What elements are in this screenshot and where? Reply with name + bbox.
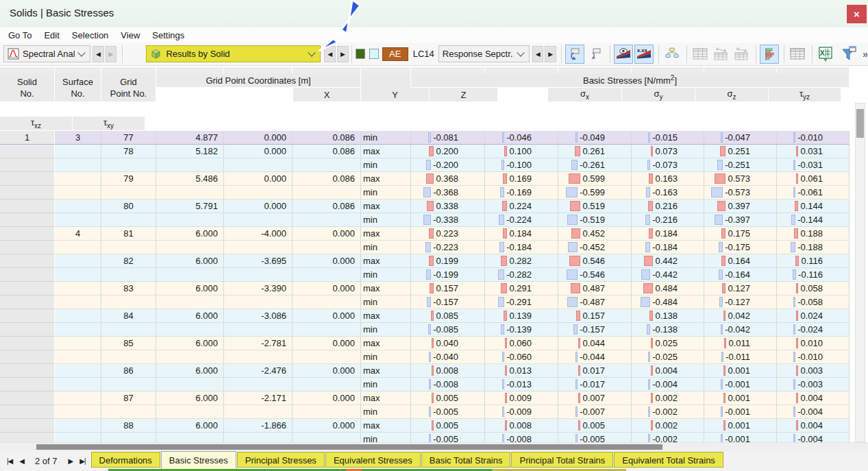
cell-coord-x[interactable]: 6.000 — [156, 254, 224, 268]
table-link-button[interactable] — [711, 45, 730, 64]
cell-tau-yz[interactable]: -0.004 — [632, 378, 704, 391]
cell-sigma-z[interactable]: 0.261 — [558, 145, 632, 158]
cell-tau-xy[interactable]: 0.144 — [777, 200, 850, 213]
toolbar-overflow-button[interactable]: » — [863, 49, 868, 60]
cell-sigma-z[interactable]: 0.007 — [558, 391, 632, 405]
cell-tau-xz[interactable]: -0.251 — [704, 158, 777, 172]
cell-grid-point-no[interactable]: 80 — [101, 200, 156, 213]
cell-grid-point-no[interactable] — [101, 323, 156, 337]
cell-coord-z[interactable]: 0.086 — [293, 145, 361, 158]
cell-grid-point-no[interactable] — [101, 268, 156, 282]
previous-page-button[interactable]: ◀ — [19, 457, 24, 465]
table-row[interactable]: min-0.223-0.184-0.452-0.184-0.175-0.188 — [0, 241, 850, 254]
cell-surface-no[interactable]: 4 — [55, 227, 101, 241]
cell-sigma-y[interactable]: 0.009 — [485, 391, 558, 405]
transparent-color-swatch[interactable] — [369, 49, 379, 59]
cell-surface-no[interactable] — [55, 323, 101, 337]
menu-view[interactable]: View — [121, 30, 140, 40]
cell-surface-no[interactable] — [55, 364, 101, 378]
cell-coord-z[interactable]: 0.000 — [293, 227, 361, 241]
cell-solid-no[interactable] — [0, 254, 55, 268]
cell-coord-z[interactable] — [293, 323, 361, 337]
cell-coord-y[interactable]: -3.695 — [224, 254, 293, 268]
cell-tau-xy[interactable]: -0.024 — [777, 323, 850, 337]
cell-coord-z[interactable]: 0.000 — [293, 391, 361, 405]
cell-solid-no[interactable] — [0, 282, 55, 295]
cell-surface-no[interactable] — [55, 172, 101, 186]
cell-surface-no[interactable] — [55, 254, 101, 268]
cell-sigma-x[interactable]: -0.223 — [411, 241, 485, 254]
cell-tau-xy[interactable]: -0.010 — [777, 350, 850, 364]
cell-solid-no[interactable] — [0, 186, 55, 200]
cell-tau-yz[interactable]: 0.442 — [632, 254, 704, 268]
cell-coord-x[interactable] — [156, 323, 224, 337]
last-page-button[interactable]: ▶| — [79, 457, 85, 465]
cell-sigma-z[interactable]: -0.519 — [558, 213, 632, 227]
ae-loadcase-badge[interactable]: AE — [382, 47, 408, 61]
filter-button[interactable] — [839, 45, 858, 64]
cell-tau-xy[interactable]: 0.010 — [777, 337, 850, 350]
cell-tau-yz[interactable]: -0.025 — [632, 350, 704, 364]
cell-tau-xz[interactable]: 0.011 — [704, 337, 777, 350]
cell-tau-xy[interactable]: -0.058 — [777, 295, 850, 309]
cell-surface-no[interactable] — [55, 309, 101, 323]
cell-grid-point-no[interactable]: 87 — [101, 391, 156, 405]
cell-sigma-y[interactable]: 0.008 — [485, 419, 558, 433]
cell-solid-no[interactable] — [0, 364, 55, 378]
cell-sigma-z[interactable]: 0.017 — [558, 364, 632, 378]
cell-max-min[interactable]: min — [361, 186, 411, 200]
cell-tau-xz[interactable]: 0.251 — [704, 145, 777, 158]
cell-tau-xz[interactable]: 0.164 — [704, 254, 777, 268]
cell-solid-no[interactable] — [0, 295, 55, 309]
tab-deformations[interactable]: Deformations — [91, 452, 160, 468]
cell-coord-x[interactable]: 6.000 — [156, 282, 224, 295]
cell-coord-x[interactable] — [156, 405, 224, 419]
cell-coord-z[interactable]: 0.000 — [293, 337, 361, 350]
cell-tau-yz[interactable]: -0.073 — [632, 158, 704, 172]
table-row[interactable]: min-0.157-0.291-0.487-0.484-0.127-0.058 — [0, 295, 850, 309]
cell-grid-point-no[interactable]: 81 — [101, 227, 156, 241]
cell-coord-x[interactable] — [156, 350, 224, 364]
cell-tau-yz[interactable]: 0.163 — [632, 172, 704, 186]
cell-grid-point-no[interactable] — [101, 213, 156, 227]
table-row[interactable]: 826.000-3.6950.000max0.1990.2820.5460.44… — [0, 254, 850, 268]
cell-surface-no[interactable]: 3 — [55, 131, 101, 145]
cell-sigma-x[interactable]: 0.008 — [411, 364, 485, 378]
cell-sigma-z[interactable]: -0.546 — [558, 268, 632, 282]
cell-surface-no[interactable] — [55, 405, 101, 419]
cell-coord-x[interactable] — [156, 186, 224, 200]
cell-tau-yz[interactable]: 0.002 — [632, 419, 704, 433]
cell-tau-xy[interactable]: -0.031 — [777, 158, 850, 172]
cell-sigma-z[interactable]: -0.452 — [558, 241, 632, 254]
cell-sigma-y[interactable]: -0.282 — [485, 268, 558, 282]
cell-solid-no[interactable] — [0, 145, 55, 158]
cell-surface-no[interactable] — [55, 295, 101, 309]
loadcase-forward-button[interactable]: ▶ — [545, 46, 556, 62]
cell-sigma-y[interactable]: 0.282 — [485, 254, 558, 268]
cell-solid-no[interactable] — [0, 405, 55, 419]
cell-surface-no[interactable] — [55, 213, 101, 227]
cell-grid-point-no[interactable] — [101, 350, 156, 364]
cell-max-min[interactable]: min — [361, 158, 411, 172]
cell-tau-xy[interactable]: 0.058 — [777, 282, 850, 295]
cell-tau-yz[interactable]: 0.216 — [632, 200, 704, 213]
cell-tau-xy[interactable]: -0.144 — [777, 213, 850, 227]
show-result-values-button[interactable] — [614, 45, 633, 64]
cell-coord-x[interactable] — [156, 241, 224, 254]
cell-tau-yz[interactable]: 0.025 — [632, 337, 704, 350]
cell-coord-x[interactable]: 5.486 — [156, 172, 224, 186]
cell-coord-z[interactable]: 0.000 — [293, 309, 361, 323]
result-diagrams-button[interactable] — [760, 45, 779, 64]
cell-tau-xy[interactable]: 0.031 — [777, 145, 850, 158]
cell-sigma-z[interactable]: 0.546 — [558, 254, 632, 268]
cell-tau-yz[interactable]: 0.484 — [632, 282, 704, 295]
cell-sigma-y[interactable]: -0.046 — [485, 131, 558, 145]
cell-grid-point-no[interactable]: 86 — [101, 364, 156, 378]
cell-tau-xy[interactable]: -0.188 — [777, 241, 850, 254]
cell-tau-xz[interactable]: -0.011 — [704, 350, 777, 364]
table-row[interactable]: 886.000-1.8660.000max0.0050.0080.0050.00… — [0, 419, 850, 433]
cell-sigma-x[interactable]: -0.200 — [411, 158, 485, 172]
cell-coord-y[interactable] — [224, 268, 293, 282]
solid-color-swatch[interactable] — [356, 49, 365, 59]
table-row[interactable]: min-0.200-0.100-0.261-0.073-0.251-0.031 — [0, 158, 850, 172]
